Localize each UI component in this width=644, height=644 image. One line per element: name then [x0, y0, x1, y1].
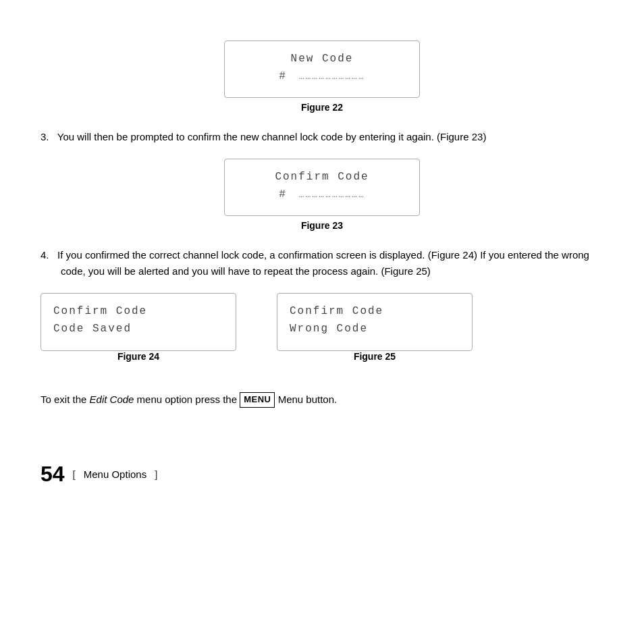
lcd-line1-fig23: Confirm Code — [237, 169, 407, 186]
dots-fig23: ………………………… — [299, 190, 365, 200]
figures-row-24-25: Confirm Code Code Saved Figure 24 Confir… — [41, 293, 603, 377]
lcd-screen-fig23: Confirm Code # ………………………… — [224, 159, 420, 216]
exit-after: menu option press the — [134, 394, 240, 405]
figure-25-col: Confirm Code Wrong Code Figure 25 — [277, 293, 473, 377]
footer-bracket-open: [ — [73, 468, 76, 480]
exit-before: To exit the — [41, 394, 90, 405]
exit-text: To exit the Edit Code menu option press … — [41, 392, 603, 408]
footer-section: Menu Options — [84, 468, 146, 480]
edit-code-label: Edit Code — [90, 394, 134, 405]
lcd-line2-fig23: # ………………………… — [237, 186, 407, 204]
step-3-number: 3. — [41, 131, 49, 142]
step-3-text: 3. You will then be prompted to confirm … — [41, 129, 603, 145]
figure-22-label: Figure 22 — [41, 102, 603, 113]
lcd-line1-fig24: Confirm Code — [53, 303, 223, 321]
hash-fig22: # — [279, 70, 286, 82]
lcd-line1-fig25: Confirm Code — [290, 303, 460, 321]
figure-25-label: Figure 25 — [354, 351, 396, 362]
figure-24-label: Figure 24 — [117, 351, 159, 362]
exit-end: Menu button. — [275, 394, 337, 405]
figure-23-container: Confirm Code # ………………………… — [41, 159, 603, 216]
lcd-screen-fig25: Confirm Code Wrong Code — [277, 293, 473, 350]
lcd-screen-fig24: Confirm Code Code Saved — [41, 293, 236, 350]
figure-22-container: New Code # ………………………… — [41, 41, 603, 98]
hash-fig23: # — [279, 188, 286, 200]
figure-23-label: Figure 23 — [41, 220, 603, 231]
lcd-line2-fig24: Code Saved — [53, 321, 223, 338]
lcd-line2-fig25: Wrong Code — [290, 321, 460, 338]
step-4-text: 4. If you confirmed the correct channel … — [41, 247, 603, 279]
page-footer: 54 [ Menu Options ] — [41, 462, 603, 487]
footer-bracket-close: ] — [155, 468, 157, 480]
lcd-line2-fig22: # ………………………… — [237, 68, 407, 86]
step-3-content: You will then be prompted to confirm the… — [57, 131, 487, 142]
menu-button-label: MENU — [240, 392, 275, 408]
page-number: 54 — [41, 462, 65, 487]
step-4-content: If you confirmed the correct channel loc… — [57, 249, 589, 277]
lcd-screen-fig22: New Code # ………………………… — [224, 41, 420, 98]
dots-fig22: ………………………… — [299, 72, 365, 82]
figure-24-col: Confirm Code Code Saved Figure 24 — [41, 293, 236, 377]
lcd-line1-fig22: New Code — [237, 51, 407, 68]
page-content: New Code # ………………………… Figure 22 3. You w… — [41, 41, 603, 487]
step-4-number: 4. — [41, 249, 49, 261]
